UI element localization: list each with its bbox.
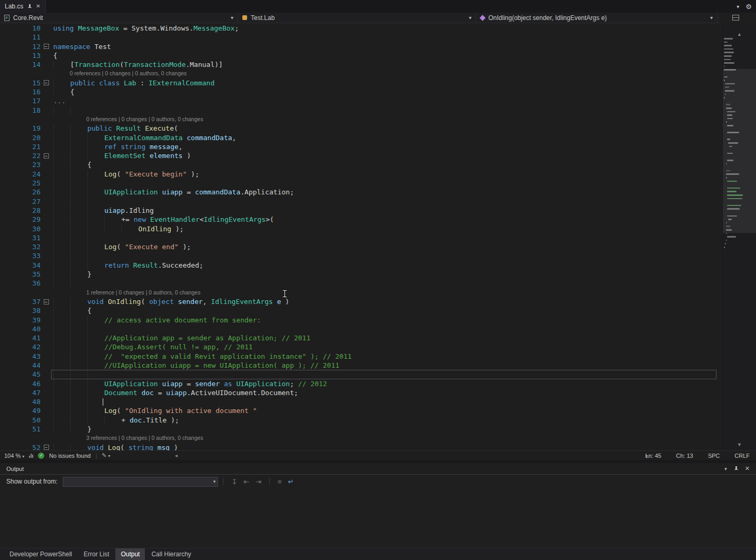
scroll-left-icon[interactable]: ◂ xyxy=(175,453,178,458)
zoom-control[interactable]: 104 % ▾ xyxy=(4,453,24,459)
code-line-12[interactable]: 12−namespace Test xyxy=(0,42,716,51)
codelens-row[interactable]: 0 references | 0 changes | 0 authors, 0 … xyxy=(0,115,716,124)
line-number: 37 xyxy=(0,297,41,306)
code-line-32[interactable]: 32 Log( "Execute end" ); xyxy=(0,242,716,251)
space-mode-indicator[interactable]: SPC xyxy=(708,453,720,459)
codelens-text: 1 reference | 0 changes | 0 authors, 0 c… xyxy=(51,288,716,297)
fold-collapse-icon[interactable]: − xyxy=(41,78,51,87)
code-line-22[interactable]: 22− ElementSet elements ) xyxy=(0,151,716,160)
column-indicator[interactable]: Ch: 13 xyxy=(676,453,693,459)
output-content[interactable] xyxy=(0,488,756,548)
code-line-35[interactable]: 35 } xyxy=(0,270,716,279)
code-line-10[interactable]: 10using MessageBox = System.Windows.Mess… xyxy=(0,24,716,33)
output-source-dropdown[interactable]: ▾ xyxy=(63,477,218,487)
code-line-38[interactable]: 38 { xyxy=(0,306,716,315)
code-line-14[interactable]: 14 [Transaction(TransactionMode.Manual)] xyxy=(0,60,716,69)
code-line-39[interactable]: 39 // access active document from sender… xyxy=(0,316,716,325)
fold-collapse-icon[interactable]: − xyxy=(41,443,51,450)
code-line-19[interactable]: 19 public Result Execute( xyxy=(0,124,716,133)
code-line-47[interactable]: 47 Document doc = uiapp.ActiveUIDocument… xyxy=(0,388,716,397)
code-line-17[interactable]: 17... xyxy=(0,96,716,105)
line-indicator[interactable]: Ln: 45 xyxy=(645,453,662,459)
code-line-21[interactable]: 21 ref string message, xyxy=(0,142,716,151)
line-number xyxy=(0,434,41,443)
panel-tab-call-hierarchy[interactable]: Call Hierarchy xyxy=(146,548,196,560)
line-ending-indicator[interactable]: CRLF xyxy=(734,453,750,459)
codelens-row[interactable]: 3 references | 0 changes | 0 authors, 0 … xyxy=(0,434,716,443)
code-line-16[interactable]: 16 { xyxy=(0,87,716,96)
code-line-24[interactable]: 24 Log( "Execute begin" ); xyxy=(0,170,716,179)
editor-health-icon[interactable] xyxy=(29,453,33,458)
tab-lab-cs[interactable]: Lab.cs ✕ xyxy=(0,0,46,13)
close-icon[interactable]: ✕ xyxy=(36,4,40,9)
code-line-20[interactable]: 20 ExternalCommandData commandData, xyxy=(0,133,716,142)
code-line-11[interactable]: 11 xyxy=(0,33,716,42)
minimap-scrollbar[interactable]: ▲ ▼ xyxy=(722,23,756,450)
horizontal-scrollbar[interactable]: ◂ ▸ xyxy=(174,451,650,460)
code-line-51[interactable]: 51 } xyxy=(0,425,716,434)
window-position-chevron-icon[interactable]: ▾ xyxy=(724,466,727,471)
code-line-30[interactable]: 30 OnIdling ); xyxy=(0,224,716,233)
code-line-48[interactable]: 48 xyxy=(0,397,716,406)
code-line-18[interactable]: 18 xyxy=(0,106,716,115)
code-line-31[interactable]: 31 xyxy=(0,233,716,242)
code-line-13[interactable]: 13{ xyxy=(0,51,716,60)
split-editor-icon[interactable] xyxy=(732,15,739,21)
fold-column xyxy=(41,24,51,33)
scroll-down-icon[interactable]: ▼ xyxy=(723,442,756,447)
code-line-33[interactable]: 33 xyxy=(0,251,716,260)
code-line-50[interactable]: 50 + doc.Title ); xyxy=(0,416,716,425)
code-line-27[interactable]: 27 xyxy=(0,197,716,206)
clear-all-icon[interactable]: ≡ xyxy=(278,478,282,486)
code-line-46[interactable]: 46 UIApplication uiapp = sender as UIApp… xyxy=(0,379,716,388)
settings-gear-icon[interactable]: ⚙ xyxy=(745,3,752,11)
codelens-row[interactable]: 1 reference | 0 changes | 0 authors, 0 c… xyxy=(0,288,716,297)
code-line-52[interactable]: 52− void Log( string msg ) xyxy=(0,443,716,450)
code-editor[interactable]: 10using MessageBox = System.Windows.Mess… xyxy=(0,23,756,450)
code-line-29[interactable]: 29 += new EventHandler<IdlingEventArgs>( xyxy=(0,215,716,224)
issues-status-text[interactable]: No issues found xyxy=(49,453,91,459)
tab-list-chevron-icon[interactable]: ▾ xyxy=(737,4,739,9)
code-line-43[interactable]: 43 // "expected a valid Revit applicatio… xyxy=(0,352,716,361)
code-line-36[interactable]: 36 xyxy=(0,279,716,288)
word-wrap-icon[interactable]: ↵ xyxy=(288,478,294,486)
panel-tab-developer-powershell[interactable]: Developer PowerShell xyxy=(4,548,77,560)
line-number: 51 xyxy=(0,425,41,434)
code-cleanup-control[interactable]: ✎ ▾ xyxy=(102,452,110,459)
fold-collapse-icon[interactable]: − xyxy=(41,297,51,306)
goto-message-icon[interactable]: ↧ xyxy=(231,478,237,486)
member-dropdown[interactable]: OnIdling(object sender, IdlingEventArgs … xyxy=(476,13,718,23)
output-panel-header[interactable]: Output ▾ ✕ xyxy=(0,463,756,475)
fold-column xyxy=(41,379,51,388)
code-line-45[interactable]: 45 xyxy=(0,370,716,379)
line-number xyxy=(0,115,41,124)
code-line-25[interactable]: 25 xyxy=(0,179,716,188)
line-number: 14 xyxy=(0,60,41,69)
code-line-41[interactable]: 41 //Application app = sender as Applica… xyxy=(0,333,716,342)
code-line-44[interactable]: 44 //UIApplication uiapp = new UIApplica… xyxy=(0,361,716,370)
code-line-40[interactable]: 40 xyxy=(0,325,716,333)
code-line-15[interactable]: 15− public class Lab : IExternalCommand xyxy=(0,78,716,87)
next-message-icon[interactable]: ⇥ xyxy=(256,478,261,486)
code-line-28[interactable]: 28 uiapp.Idling xyxy=(0,206,716,215)
project-dropdown[interactable]: Core.Revit ▾ xyxy=(0,13,238,23)
pin-icon[interactable] xyxy=(27,4,32,9)
fold-collapse-icon[interactable]: − xyxy=(41,151,51,160)
code-line-26[interactable]: 26 UIApplication uiapp = commandData.App… xyxy=(0,188,716,197)
minimap-viewport[interactable] xyxy=(723,69,756,232)
fold-collapse-icon[interactable]: − xyxy=(41,42,51,51)
prev-message-icon[interactable]: ⇤ xyxy=(243,478,249,486)
code-line-34[interactable]: 34 return Result.Succeeded; xyxy=(0,261,716,270)
scroll-up-icon[interactable]: ▲ xyxy=(723,32,756,37)
code-line-37[interactable]: 37− void OnIdling( object sender, Idling… xyxy=(0,297,716,306)
code-line-49[interactable]: 49 Log( "OnIdling with active document " xyxy=(0,406,716,415)
pin-icon[interactable] xyxy=(733,466,739,471)
close-icon[interactable]: ✕ xyxy=(745,465,750,472)
line-number: 34 xyxy=(0,261,41,270)
type-dropdown[interactable]: Test.Lab ▾ xyxy=(238,13,476,23)
codelens-row[interactable]: 0 references | 0 changes | 0 authors, 0 … xyxy=(0,69,716,78)
code-line-23[interactable]: 23 { xyxy=(0,160,716,169)
panel-tab-error-list[interactable]: Error List xyxy=(78,548,115,560)
code-line-42[interactable]: 42 //Debug.Assert( null != app, // 2011 xyxy=(0,342,716,351)
panel-tab-output[interactable]: Output xyxy=(115,548,145,560)
